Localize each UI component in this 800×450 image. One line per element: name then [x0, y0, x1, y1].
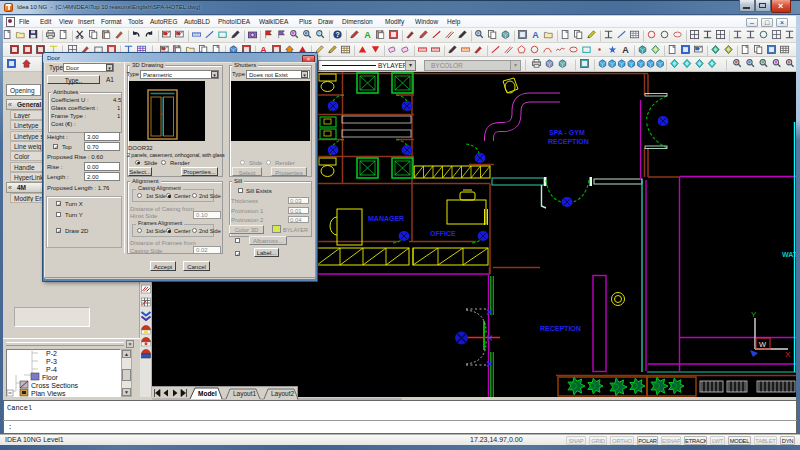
svg-text:A: A [622, 45, 629, 55]
svg-text:A: A [532, 30, 539, 40]
svg-text:Cross Sections: Cross Sections [31, 382, 79, 389]
svg-text:RECEPTION: RECEPTION [540, 325, 581, 332]
svg-text:Floor: Floor [42, 374, 59, 381]
svg-text:SPA - GYM: SPA - GYM [549, 129, 585, 136]
svg-text:P-4: P-4 [46, 366, 57, 373]
svg-text:Layout2: Layout2 [271, 390, 295, 398]
svg-text:Plan Views: Plan Views [31, 390, 66, 397]
svg-text:Layout1: Layout1 [233, 390, 257, 398]
svg-text:P-3: P-3 [46, 358, 57, 365]
svg-text:Y: Y [751, 310, 757, 319]
svg-text:Model: Model [198, 390, 217, 397]
svg-text:RECEPTION: RECEPTION [548, 138, 589, 145]
svg-text:OFFICE: OFFICE [430, 230, 456, 237]
svg-text:?: ? [335, 31, 339, 38]
svg-text:P-2: P-2 [46, 350, 57, 357]
svg-text:A: A [364, 30, 371, 40]
svg-text:X: X [785, 350, 791, 359]
svg-text:W: W [759, 340, 767, 349]
svg-text:MANAGER: MANAGER [368, 215, 404, 222]
